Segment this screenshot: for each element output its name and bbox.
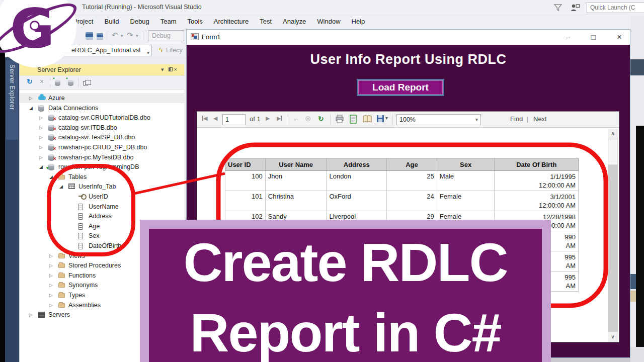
menu-analyze[interactable]: Analyze — [277, 15, 311, 28]
load-report-button[interactable]: Load Report — [357, 79, 444, 96]
connect-to-server-icon[interactable] — [68, 80, 73, 86]
tree-item-userid[interactable]: UserID — [20, 192, 184, 202]
menu-team[interactable]: Team — [155, 15, 182, 28]
undo-icon[interactable]: ↶ — [112, 31, 118, 40]
banner-line1: Create RDLC — [149, 233, 542, 292]
close-panel-icon[interactable]: × — [174, 66, 180, 72]
combo-dropdown-icon: ▾ — [147, 47, 149, 58]
menu-test[interactable]: Test — [254, 15, 277, 28]
save-icon[interactable] — [86, 32, 93, 40]
export-icon[interactable] — [376, 115, 384, 123]
tree-item-username[interactable]: UserName — [20, 202, 184, 212]
redo-dropdown-icon[interactable]: ▾ — [136, 33, 138, 38]
expand-arrow-icon[interactable]: ▷ — [49, 300, 53, 310]
column-icon — [78, 204, 83, 210]
menu-window[interactable]: Window — [311, 15, 346, 28]
print-layout-icon[interactable] — [362, 115, 372, 124]
server-explorer-vertical-tab[interactable]: Server Explorer — [5, 57, 19, 362]
menu-help[interactable]: Help — [346, 15, 371, 28]
close-button[interactable]: × — [608, 32, 630, 43]
expand-arrow-icon[interactable]: ▷ — [39, 113, 43, 123]
feedback-icon[interactable] — [570, 3, 580, 12]
expand-arrow-icon[interactable]: ▷ — [39, 142, 43, 152]
tree-item-label: Tables — [68, 172, 87, 182]
view-diagram-icon[interactable] — [83, 81, 88, 85]
lifecycle-icon[interactable]: ϟ — [159, 46, 163, 54]
collapse-arrow-icon[interactable]: ◢ — [29, 103, 33, 113]
last-page-icon[interactable]: ▶ — [277, 115, 282, 122]
refresh-report-icon[interactable]: ↻ — [318, 115, 324, 123]
maximize-button[interactable]: □ — [582, 32, 604, 43]
next-button[interactable]: Next — [533, 115, 547, 123]
collapse-arrow-icon[interactable]: ◢ — [39, 162, 43, 172]
tree-item-label: Servers — [48, 310, 70, 320]
quick-launch-input[interactable]: Quick Launch (C — [587, 2, 644, 13]
scroll-down-icon[interactable]: ∨ — [608, 332, 618, 342]
tree-item-tables[interactable]: ◢Tables — [20, 172, 184, 182]
redo-icon[interactable]: ↷ — [127, 31, 133, 40]
connect-to-database-icon[interactable] — [55, 80, 60, 86]
back-to-parent-icon[interactable]: ← — [293, 115, 299, 123]
previous-page-icon[interactable]: ◀ — [213, 115, 217, 122]
scrollbar-thumb[interactable] — [608, 139, 618, 165]
expand-arrow-icon[interactable]: ▷ — [29, 93, 33, 103]
tree-item-data-connections[interactable]: ◢Data Connections — [20, 103, 184, 113]
undo-dropdown-icon[interactable]: ▾ — [121, 33, 123, 38]
debug-target-combo[interactable]: Debug — [152, 32, 171, 39]
refresh-icon[interactable]: ↻ — [27, 77, 33, 85]
server-icon — [38, 312, 45, 318]
expand-arrow-icon[interactable]: ▷ — [39, 152, 43, 162]
window-position-dropdown-icon[interactable]: ▾ — [161, 66, 167, 72]
next-page-icon[interactable]: ▶ — [266, 115, 270, 122]
tree-item-catalog-svr-testsp-db-dbo[interactable]: ▷catalog-svr.TestSP_DB.dbo — [20, 132, 184, 142]
stop-rendering-icon[interactable]: ⊗ — [305, 114, 311, 123]
zoom-combo[interactable]: 100% ▾ — [396, 114, 481, 125]
form1-titlebar[interactable]: Form1 – □ × — [187, 30, 630, 45]
filter-icon[interactable] — [553, 3, 562, 12]
menu-architecture[interactable]: Architecture — [208, 15, 254, 28]
tree-item-userinfo-tab[interactable]: ◢UserInfo_Tab — [20, 182, 184, 192]
collapse-arrow-icon[interactable]: ◢ — [49, 172, 53, 182]
menu-tools[interactable]: Tools — [182, 15, 208, 28]
expand-arrow-icon[interactable]: ▷ — [39, 132, 43, 142]
expand-arrow-icon[interactable]: ▷ — [29, 310, 33, 320]
print-icon[interactable] — [335, 115, 344, 124]
save-all-icon[interactable] — [97, 33, 103, 40]
expand-arrow-icon[interactable]: ▷ — [49, 270, 53, 281]
menu-build[interactable]: Build — [99, 15, 124, 28]
minimize-button[interactable]: – — [557, 32, 579, 43]
expand-arrow-icon[interactable]: ▷ — [39, 123, 43, 133]
cell: London — [327, 171, 387, 191]
auto-hide-pin-icon[interactable] — [169, 67, 173, 71]
tree-item-catalog-svr-itdb-dbo[interactable]: ▷catalog-svr.ITDB.dbo — [20, 123, 184, 133]
tree-item-catalog-svr-crudtutorialdb-dbo[interactable]: ▷catalog-svr.CRUDTutorialDB.dbo — [20, 113, 184, 123]
column-icon — [78, 243, 83, 249]
expand-arrow-icon[interactable]: ▷ — [49, 290, 53, 300]
tree-item-azure[interactable]: ▷Azure — [20, 93, 184, 103]
tree-item-label: Synonyms — [68, 280, 98, 290]
folder-icon — [58, 274, 65, 278]
db-error-icon — [48, 134, 54, 141]
menu-debug[interactable]: Debug — [124, 15, 154, 28]
folder-icon — [58, 263, 65, 268]
tree-item-label: Address — [89, 211, 112, 221]
page-setup-icon[interactable] — [349, 115, 357, 124]
folder-icon — [58, 254, 65, 258]
lifecycle-label[interactable]: Lifecy — [166, 47, 183, 54]
key-icon — [78, 194, 87, 199]
cell-date-of-birth: 1/1/199512:00:00 AM — [495, 171, 578, 191]
tree-item-rowshan-pc-crud-sp-db-dbo[interactable]: ▷rowshan-pc.CRUD_SP_DB.dbo — [20, 142, 184, 152]
first-page-icon[interactable]: ◀ — [202, 115, 207, 122]
stop-refresh-icon[interactable]: × — [40, 77, 44, 85]
expand-arrow-icon[interactable]: ▷ — [49, 260, 53, 270]
tree-item-rowshan-pc-programmingdb[interactable]: ◢rowshan-pc.ProgrammingDB — [20, 162, 184, 172]
collapse-arrow-icon[interactable]: ◢ — [59, 182, 63, 192]
report-scrollbar[interactable]: ∧ ∨ — [608, 129, 618, 342]
expand-arrow-icon[interactable]: ▷ — [49, 280, 53, 290]
scroll-up-icon[interactable]: ∧ — [608, 129, 618, 139]
find-button[interactable]: Find — [510, 115, 523, 123]
current-page-input[interactable]: 1 — [222, 114, 246, 125]
expand-arrow-icon[interactable]: ▷ — [49, 251, 53, 261]
export-dropdown-icon[interactable]: ▾ — [385, 115, 388, 121]
tree-item-rowshan-pc-mytestdb-dbo[interactable]: ▷rowshan-pc.MyTestDB.dbo — [20, 152, 184, 162]
